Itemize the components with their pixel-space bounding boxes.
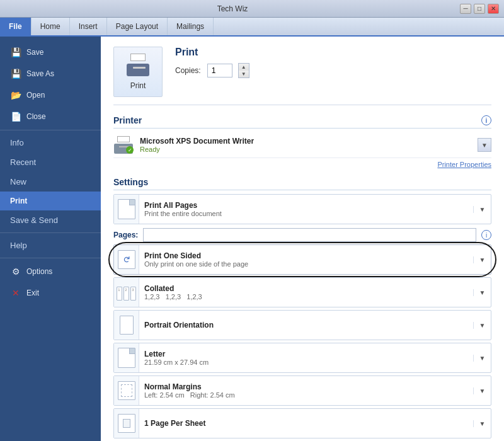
- maximize-button[interactable]: □: [474, 4, 485, 14]
- copies-label: Copies:: [175, 66, 201, 75]
- pages-sheet-dropdown-arrow[interactable]: ▼: [473, 420, 491, 427]
- printer-section-title: Printer: [113, 115, 142, 125]
- tab-page-layout[interactable]: Page Layout: [107, 18, 168, 35]
- portrait-doc-icon: [120, 316, 134, 335]
- print-title: Print: [175, 47, 491, 58]
- print-button[interactable]: Print: [113, 47, 163, 97]
- tab-mailings[interactable]: Mailings: [168, 18, 214, 35]
- sidebar-item-exit-label: Exit: [26, 289, 39, 297]
- margins-inner-box: [121, 384, 132, 397]
- paper-size-subtitle: 21.59 cm x 27.94 cm: [144, 358, 468, 366]
- sidebar-item-save-as[interactable]: 💾 Save As: [0, 63, 101, 84]
- tab-insert[interactable]: Insert: [70, 18, 107, 35]
- close-file-icon: 📄: [10, 111, 21, 122]
- pages-input[interactable]: [143, 228, 476, 242]
- duplex-arrow-icon: ↻: [122, 256, 132, 263]
- one-sided-icon: ↻: [114, 245, 139, 274]
- settings-row-margins[interactable]: Normal Margins Left: 2.54 cm Right: 2.54…: [113, 375, 491, 406]
- sidebar-item-help[interactable]: Help: [0, 236, 101, 255]
- close-button[interactable]: ✕: [488, 4, 499, 14]
- printer-row: Microsoft XPS Document Writer Ready ▼: [113, 132, 491, 158]
- sidebar-item-close[interactable]: 📄 Close: [0, 106, 101, 127]
- document-icon: [118, 199, 135, 219]
- paper-size-content: Letter 21.59 cm x 27.94 cm: [139, 347, 473, 369]
- pages-label: Pages:: [113, 231, 138, 239]
- sidebar-item-save-send[interactable]: Save & Send: [0, 210, 101, 230]
- pages-input-row: Pages: i: [113, 228, 491, 242]
- collate-title: Collated: [144, 284, 468, 293]
- printer-slot: [133, 67, 146, 69]
- sidebar-item-exit[interactable]: ✕ Exit: [0, 282, 101, 304]
- sidebar-item-print[interactable]: Print: [0, 192, 101, 210]
- copies-row: Copies: 1 ▲ ▼: [175, 63, 491, 78]
- sidebar-item-open[interactable]: 📂 Open: [0, 84, 101, 106]
- printer-body: [127, 64, 149, 76]
- printer-info-icon[interactable]: i: [481, 115, 491, 125]
- settings-row-one-sided[interactable]: ↻ Print One Sided Only print on one side…: [113, 244, 491, 275]
- paper-size-title: Letter: [144, 350, 468, 358]
- print-button-icon: [125, 54, 151, 76]
- printer-status: Ready: [140, 146, 471, 153]
- minimize-button[interactable]: ─: [460, 4, 471, 14]
- copies-down-button[interactable]: ▼: [239, 71, 249, 77]
- collate-subtitle: 1,2,3 1,2,3 1,2,3: [144, 293, 468, 301]
- margins-title: Normal Margins: [144, 382, 468, 391]
- sidebar-item-options-label: Options: [26, 267, 52, 276]
- sidebar-item-new[interactable]: New: [0, 172, 101, 192]
- options-icon: ⚙: [10, 266, 21, 277]
- save-as-icon: 💾: [10, 68, 21, 79]
- printer-paper-icon: [117, 136, 130, 142]
- print-top-section: Print Print Copies: 1 ▲ ▼: [113, 47, 491, 105]
- sidebar-divider-1: [0, 130, 101, 130]
- printer-name: Microsoft XPS Document Writer: [140, 137, 471, 146]
- duplex-doc-icon: ↻: [118, 250, 135, 269]
- sidebar-item-options[interactable]: ⚙ Options: [0, 261, 101, 282]
- collate-pages-icon: 1 2 3: [117, 283, 137, 302]
- tab-home[interactable]: Home: [32, 18, 70, 35]
- print-options: Print Copies: 1 ▲ ▼: [175, 47, 491, 78]
- save-icon: 💾: [10, 47, 21, 58]
- all-pages-content: Print All Pages Print the entire documen…: [139, 198, 473, 220]
- pages-sheet-content: 1 Page Per Sheet: [139, 416, 473, 430]
- orientation-dropdown-arrow[interactable]: ▼: [473, 322, 491, 329]
- margins-dropdown-arrow[interactable]: ▼: [473, 387, 491, 394]
- title-bar-title: Tech Wiz: [217, 4, 248, 13]
- sidebar-item-recent[interactable]: Recent: [0, 152, 101, 172]
- pages-info-icon[interactable]: i: [481, 230, 491, 240]
- copies-spinner: ▲ ▼: [238, 63, 249, 78]
- settings-row-paper-size[interactable]: Letter 21.59 cm x 27.94 cm ▼: [113, 343, 491, 373]
- one-sided-title: Print One Sided: [144, 251, 468, 260]
- all-pages-dropdown-arrow[interactable]: ▼: [473, 206, 491, 213]
- settings-row-pages-sheet[interactable]: 1 Page Per Sheet ▼: [113, 408, 491, 438]
- pages-sheet-icon: [114, 409, 139, 438]
- orientation-title: Portrait Orientation: [144, 321, 468, 329]
- paper-size-dropdown-arrow[interactable]: ▼: [473, 355, 491, 362]
- collate-dropdown-arrow[interactable]: ▼: [473, 289, 491, 296]
- settings-row-all-pages[interactable]: Print All Pages Print the entire documen…: [113, 194, 491, 224]
- settings-row-collate[interactable]: 1 2 3 Collated 1,2,3 1,2,3 1,2,3 ▼: [113, 277, 491, 307]
- sidebar-item-open-label: Open: [26, 91, 45, 100]
- printer-properties-link[interactable]: Printer Properties: [113, 158, 491, 171]
- printer-dropdown-button[interactable]: ▼: [478, 138, 491, 152]
- collate-content: Collated 1,2,3 1,2,3 1,2,3: [139, 282, 473, 303]
- one-sided-dropdown-arrow[interactable]: ▼: [473, 256, 491, 263]
- exit-icon: ✕: [10, 287, 21, 299]
- margins-doc-icon: [118, 381, 135, 400]
- collate-icon: 1 2 3: [114, 278, 139, 307]
- margins-icon: [114, 376, 139, 405]
- copies-up-button[interactable]: ▲: [239, 64, 249, 71]
- printer-section-header: Printer i: [113, 115, 491, 129]
- settings-section-header: Settings: [113, 177, 491, 190]
- sidebar-item-save[interactable]: 💾 Save: [0, 42, 101, 63]
- orientation-icon: [114, 311, 139, 340]
- tab-file[interactable]: File: [0, 18, 32, 35]
- open-icon: 📂: [10, 89, 21, 101]
- sidebar-item-info[interactable]: Info: [0, 133, 101, 152]
- collate-page-3: 3: [130, 287, 136, 301]
- copies-value[interactable]: 1: [207, 64, 232, 77]
- margins-subtitle: Left: 2.54 cm Right: 2.54 cm: [144, 391, 468, 399]
- all-pages-title: Print All Pages: [144, 201, 468, 210]
- title-bar: Tech Wiz ─ □ ✕: [0, 0, 504, 18]
- settings-row-orientation[interactable]: Portrait Orientation ▼: [113, 310, 491, 340]
- pages-sheet-inner: [123, 419, 130, 428]
